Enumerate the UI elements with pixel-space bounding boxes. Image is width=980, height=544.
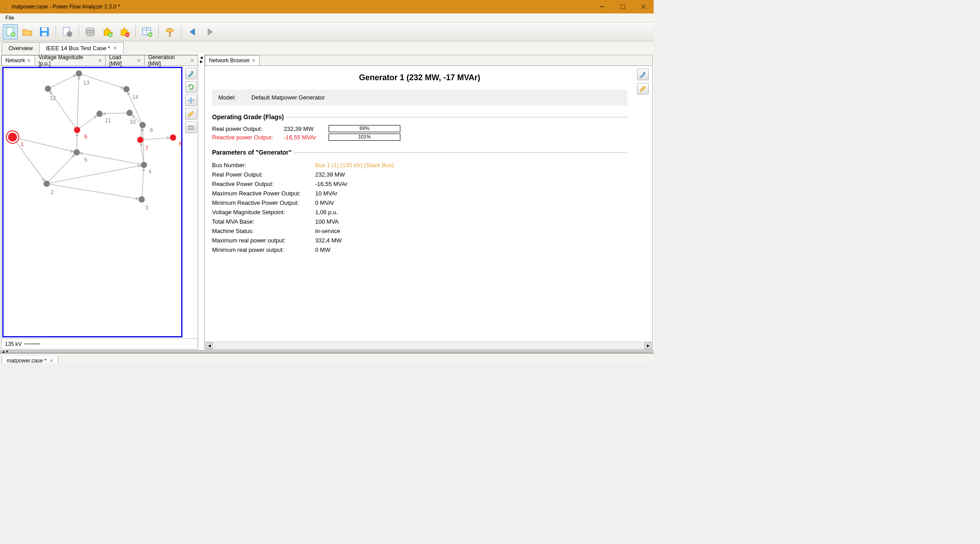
- close-icon[interactable]: ✕: [98, 58, 102, 64]
- bus-node-4[interactable]: [141, 162, 147, 168]
- subtab-network[interactable]: Network✕: [1, 55, 35, 65]
- edit-icon[interactable]: [185, 108, 197, 120]
- maximize-button[interactable]: [612, 0, 633, 13]
- database-button[interactable]: [82, 24, 98, 39]
- model-row: Model: Default Matpower Generator: [212, 90, 627, 105]
- bus-node-13[interactable]: [76, 70, 82, 77]
- bus-label-5: 5: [84, 157, 87, 163]
- refresh-icon[interactable]: [185, 81, 197, 93]
- minimize-button[interactable]: [592, 0, 612, 13]
- nav-forward-button[interactable]: [202, 24, 217, 39]
- param-label: Bus Number:: [212, 162, 315, 168]
- table-add-button[interactable]: [139, 24, 155, 39]
- scroll-right-icon[interactable]: ▶: [645, 342, 651, 349]
- bus-node-9[interactable]: [139, 122, 146, 128]
- close-button[interactable]: [633, 0, 654, 13]
- subtab-generation[interactable]: Generation [MW]✕: [144, 55, 198, 65]
- plugin-remove-button[interactable]: [117, 24, 132, 39]
- splitter[interactable]: ◀ ▶: [199, 54, 204, 350]
- flag-real-power: Real power Output: 232,39 MW 69%: [212, 125, 627, 132]
- wrench-icon[interactable]: [637, 69, 649, 80]
- bus-node-10[interactable]: [126, 110, 133, 116]
- bus-label-7: 7: [145, 145, 148, 151]
- param-row: Machine Status:in-service: [212, 226, 627, 236]
- network-canvas[interactable]: 1234567891011121314: [2, 67, 182, 337]
- camera-icon[interactable]: [185, 121, 197, 133]
- legend: 135 kV: [1, 338, 198, 349]
- param-value: 0 MVAr: [315, 199, 334, 206]
- svg-line-33: [77, 73, 79, 130]
- svg-line-23: [47, 184, 142, 199]
- close-icon[interactable]: ✕: [252, 58, 256, 64]
- param-label: Minimum real power output:: [212, 246, 315, 253]
- flag-reactive-power: Reactive power Output: -16,55 MVAr 101%: [212, 134, 627, 141]
- param-row: Reactive Power Output:-16,55 MVAr: [212, 179, 627, 189]
- svg-point-41: [190, 99, 192, 101]
- close-icon[interactable]: ✕: [137, 58, 141, 64]
- bus-node-5[interactable]: [74, 149, 80, 155]
- browser-panel: Network Browser ✕ Generator 1 (232 MW, -…: [204, 55, 653, 350]
- new-document-button[interactable]: [3, 24, 18, 39]
- java-icon: [2, 3, 9, 10]
- menu-file[interactable]: File: [2, 14, 17, 22]
- subtab-voltage[interactable]: Voltage Magnitude [p.u.]✕: [35, 55, 106, 65]
- close-icon[interactable]: ✕: [49, 358, 53, 363]
- scroll-left-icon[interactable]: ◀: [206, 342, 212, 349]
- bus-label-1: 1: [21, 141, 24, 147]
- bus-label-4: 4: [148, 168, 152, 175]
- wrench-icon[interactable]: [185, 68, 197, 79]
- bus-label-9: 9: [150, 127, 153, 134]
- param-value-link[interactable]: Bus 1 (1) (135 kV) (Slack Bus): [315, 162, 394, 168]
- bus-node-1[interactable]: [8, 133, 17, 142]
- splitter-right-icon[interactable]: ▶: [200, 60, 203, 64]
- open-folder-button[interactable]: [20, 24, 35, 39]
- svg-rect-7: [42, 28, 47, 31]
- plugin-add-button[interactable]: [100, 24, 115, 39]
- nav-back-button[interactable]: [185, 24, 200, 39]
- svg-rect-1: [620, 4, 625, 9]
- tab-overview[interactable]: Overview: [2, 42, 39, 54]
- param-value: 100 MVA: [315, 218, 339, 225]
- svg-line-34: [140, 138, 173, 140]
- bus-node-12[interactable]: [45, 86, 51, 92]
- svg-point-43: [190, 127, 192, 129]
- bus-node-11[interactable]: [96, 111, 103, 117]
- param-row: Voltage Magnitude Setpoint:1,06 p.u.: [212, 207, 627, 217]
- bus-node-6[interactable]: [74, 127, 80, 133]
- param-value: 1,06 p.u.: [315, 209, 338, 216]
- param-label: Total MVA Base:: [212, 218, 315, 225]
- horizontal-scrollbar[interactable]: ◀ ▶: [205, 341, 652, 349]
- param-label: Real Power Output:: [212, 171, 315, 178]
- generator-title: Generator 1 (232 MW, -17 MVAr): [212, 69, 627, 86]
- svg-line-24: [47, 165, 144, 184]
- bus-node-2[interactable]: [43, 181, 50, 187]
- bus-label-10: 10: [130, 119, 135, 125]
- param-row: Total MVA Base:100 MVA: [212, 217, 627, 226]
- signpost-button[interactable]: [162, 24, 178, 39]
- param-value: -16,55 MVAr: [315, 181, 347, 187]
- bottom-tab-case[interactable]: matpower.case * ✕: [2, 356, 58, 363]
- svg-line-31: [77, 114, 100, 130]
- bus-node-7[interactable]: [137, 137, 143, 143]
- fit-icon[interactable]: [185, 95, 197, 106]
- bus-node-8[interactable]: [170, 134, 176, 141]
- bus-label-3: 3: [145, 205, 148, 211]
- bus-label-14: 14: [132, 94, 138, 100]
- tab-case[interactable]: IEEE 14 Bus Test Case * ✕: [39, 42, 124, 54]
- close-icon[interactable]: ✕: [27, 58, 31, 64]
- bus-node-14[interactable]: [123, 86, 130, 92]
- close-icon[interactable]: ✕: [113, 45, 117, 51]
- save-button[interactable]: [37, 24, 52, 39]
- bus-label-13: 13: [83, 80, 89, 86]
- subtab-load[interactable]: Load [MW]✕: [105, 55, 145, 65]
- tab-network-browser[interactable]: Network Browser ✕: [205, 55, 260, 65]
- param-value: in-service: [315, 228, 340, 234]
- param-row: Minimum Reactive Power Output:0 MVAr: [212, 198, 627, 207]
- close-icon[interactable]: ✕: [190, 58, 194, 64]
- edit-icon[interactable]: [637, 83, 649, 95]
- bus-label-8: 8: [179, 141, 182, 147]
- splitter-left-icon[interactable]: ◀: [200, 56, 203, 60]
- properties-button[interactable]: [60, 24, 75, 39]
- param-value: 0 MW: [315, 246, 330, 253]
- bus-node-3[interactable]: [139, 196, 145, 203]
